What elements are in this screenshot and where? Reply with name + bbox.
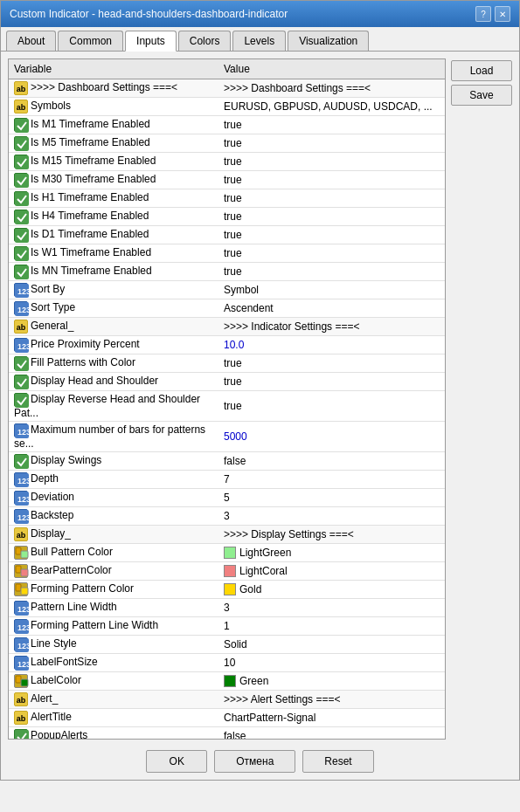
table-row[interactable]: Display Swingsfalse bbox=[9, 452, 445, 471]
svg-text:123: 123 bbox=[17, 306, 29, 314]
color-swatch bbox=[224, 583, 236, 595]
value-cell: true bbox=[218, 391, 445, 422]
help-button[interactable]: ? bbox=[475, 6, 491, 22]
tab-common[interactable]: Common bbox=[58, 31, 123, 51]
variable-name: Is M1 Timeframe Enabled bbox=[31, 118, 150, 130]
value-text: true bbox=[224, 155, 242, 168]
svg-rect-16 bbox=[15, 375, 29, 389]
variable-cell: Fill Patterns with Color bbox=[9, 354, 218, 373]
cancel-button[interactable]: Отмена bbox=[214, 750, 295, 773]
row-icon: 123 bbox=[14, 301, 28, 315]
row-icon: 123 bbox=[14, 423, 28, 437]
row-icon bbox=[14, 582, 28, 596]
variable-cell: Is M15 Timeframe Enabled bbox=[9, 153, 218, 171]
value-text: >>>> Dashboard Settings ===< bbox=[224, 82, 371, 94]
close-button[interactable]: ✕ bbox=[495, 6, 510, 22]
value-text: true bbox=[224, 229, 242, 241]
table-row[interactable]: abSymbolsEURUSD, GBPUSD, AUDUSD, USDCAD,… bbox=[9, 98, 445, 116]
variable-cell: Is M5 Timeframe Enabled bbox=[9, 134, 218, 153]
table-row[interactable]: 123Pattern Line Width3 bbox=[9, 599, 445, 617]
value-cell: true bbox=[218, 208, 445, 226]
value-text: true bbox=[224, 137, 242, 149]
table-row[interactable]: 123LabelFontSize10 bbox=[9, 654, 445, 672]
load-button[interactable]: Load bbox=[451, 60, 512, 81]
tab-colors[interactable]: Colors bbox=[178, 31, 232, 51]
table-row[interactable]: Bull Pattern ColorLightGreen bbox=[9, 544, 445, 562]
value-text: 10.0 bbox=[224, 339, 244, 351]
value-cell: Symbol bbox=[218, 281, 445, 299]
table-row[interactable]: 123Maximum number of bars for patterns s… bbox=[9, 422, 445, 452]
svg-text:123: 123 bbox=[17, 513, 29, 522]
table-row[interactable]: abGeneral_>>>> Indicator Settings ===< bbox=[9, 318, 445, 336]
variable-cell: Bull Pattern Color bbox=[9, 544, 218, 562]
table-row[interactable]: Is MN Timeframe Enabledtrue bbox=[9, 263, 445, 281]
svg-rect-5 bbox=[15, 210, 29, 224]
title-bar-buttons: ? ✕ bbox=[475, 6, 510, 22]
variable-name: Bull Pattern Color bbox=[31, 546, 113, 558]
variable-cell: Forming Pattern Color bbox=[9, 581, 218, 599]
table-row[interactable]: 123Line StyleSolid bbox=[9, 636, 445, 654]
variable-cell: BearPatternColor bbox=[9, 562, 218, 581]
table-row[interactable]: Display Reverse Head and Shoulder Pat...… bbox=[9, 391, 445, 422]
table-row[interactable]: 123Sort TypeAscendent bbox=[9, 299, 445, 318]
table-row[interactable]: LabelColorGreen bbox=[9, 672, 445, 691]
table-row[interactable]: Is M5 Timeframe Enabledtrue bbox=[9, 134, 445, 153]
svg-text:123: 123 bbox=[17, 495, 29, 504]
variable-name: Display Reverse Head and Shoulder Pat... bbox=[14, 393, 200, 419]
variable-cell: LabelColor bbox=[9, 672, 218, 691]
table-row[interactable]: Is M1 Timeframe Enabledtrue bbox=[9, 116, 445, 134]
svg-rect-7 bbox=[15, 247, 29, 261]
value-text: true bbox=[224, 400, 242, 412]
tab-levels[interactable]: Levels bbox=[232, 31, 286, 51]
table-row[interactable]: Is W1 Timeframe Enabledtrue bbox=[9, 244, 445, 263]
table-row[interactable]: Is H4 Timeframe Enabledtrue bbox=[9, 208, 445, 226]
row-icon bbox=[14, 454, 28, 468]
value-cell: EURUSD, GBPUSD, AUDUSD, USDCAD, ... bbox=[218, 98, 445, 116]
value-cell: Gold bbox=[218, 581, 445, 599]
table-row[interactable]: abAlert_>>>> Alert Settings ===< bbox=[9, 691, 445, 709]
save-button[interactable]: Save bbox=[451, 85, 512, 106]
value-cell: >>>> Display Settings ===< bbox=[218, 526, 445, 544]
tab-inputs[interactable]: Inputs bbox=[125, 31, 177, 52]
variable-name: Is H1 Timeframe Enabled bbox=[31, 191, 149, 203]
variable-name: LabelFontSize bbox=[31, 656, 98, 668]
table-row[interactable]: Is M15 Timeframe Enabledtrue bbox=[9, 153, 445, 171]
table-row[interactable]: Is M30 Timeframe Enabledtrue bbox=[9, 171, 445, 189]
reset-button[interactable]: Reset bbox=[302, 750, 373, 773]
row-icon: 123 bbox=[14, 619, 28, 633]
row-icon: 123 bbox=[14, 601, 28, 615]
table-row[interactable]: 123Deviation5 bbox=[9, 489, 445, 507]
ok-button[interactable]: OK bbox=[146, 750, 207, 773]
row-icon bbox=[14, 375, 28, 389]
svg-rect-30 bbox=[21, 569, 28, 576]
svg-text:123: 123 bbox=[17, 428, 29, 437]
table-row[interactable]: Fill Patterns with Colortrue bbox=[9, 354, 445, 373]
table-row[interactable]: ab>>>> Dashboard Settings ===<>>>> Dashb… bbox=[9, 79, 445, 98]
variable-cell: 123Forming Pattern Line Width bbox=[9, 617, 218, 636]
content-layout: Variable Value ab>>>> Dashboard Settings… bbox=[8, 58, 512, 740]
value-cell: 10 bbox=[218, 654, 445, 672]
value-cell: 3 bbox=[218, 599, 445, 617]
value-cell: true bbox=[218, 116, 445, 134]
table-row[interactable]: 123Depth7 bbox=[9, 471, 445, 489]
value-text: true bbox=[224, 265, 242, 278]
content-area: Variable Value ab>>>> Dashboard Settings… bbox=[1, 52, 519, 747]
table-row[interactable]: abAlertTitleChartPattern-Signal bbox=[9, 709, 445, 727]
window-title: Custom Indicator - head-and-shoulders-da… bbox=[10, 8, 288, 20]
table-row[interactable]: 123Backstep3 bbox=[9, 507, 445, 526]
row-icon: 123 bbox=[14, 637, 28, 651]
value-cell: LightCoral bbox=[218, 562, 445, 581]
table-row[interactable]: 123Forming Pattern Line Width1 bbox=[9, 617, 445, 636]
table-row[interactable]: Is H1 Timeframe Enabledtrue bbox=[9, 189, 445, 208]
table-row[interactable]: Display Head and Shouldertrue bbox=[9, 373, 445, 391]
table-row[interactable]: Forming Pattern ColorGold bbox=[9, 581, 445, 599]
table-row[interactable]: abDisplay_>>>> Display Settings ===< bbox=[9, 526, 445, 544]
tab-about[interactable]: About bbox=[6, 31, 56, 51]
table-row[interactable]: 123Sort BySymbol bbox=[9, 281, 445, 299]
variable-name: Depth bbox=[31, 472, 59, 485]
table-row[interactable]: PopupAlertsfalse bbox=[9, 727, 445, 740]
table-row[interactable]: 123Price Proximity Percent10.0 bbox=[9, 336, 445, 354]
table-row[interactable]: Is D1 Timeframe Enabledtrue bbox=[9, 226, 445, 244]
tab-visualization[interactable]: Visualization bbox=[288, 31, 369, 51]
table-row[interactable]: BearPatternColorLightCoral bbox=[9, 562, 445, 581]
